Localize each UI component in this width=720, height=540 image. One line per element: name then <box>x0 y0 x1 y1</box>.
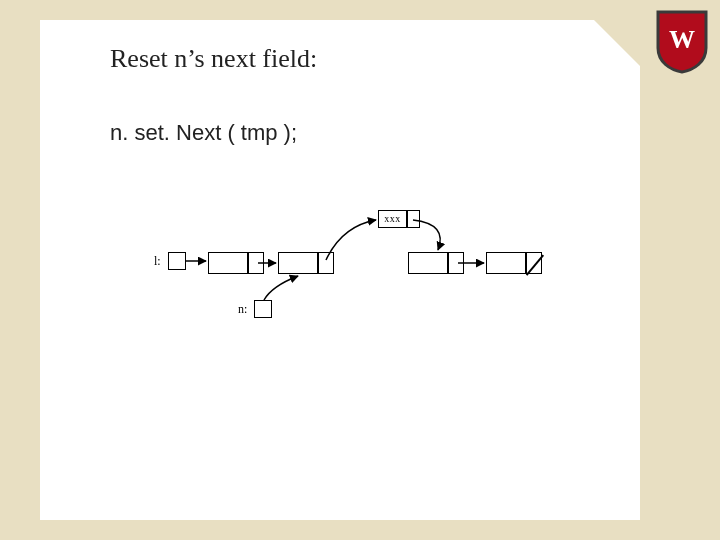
diagram-arrows <box>150 210 580 350</box>
linked-list-diagram: l: n: xxx <box>150 210 580 350</box>
slide-title: Reset n’s next field: <box>40 20 640 74</box>
code-line: n. set. Next ( tmp ); <box>40 74 640 146</box>
slide-card: Reset n’s next field: n. set. Next ( tmp… <box>40 20 640 520</box>
crest-logo: W <box>656 10 708 74</box>
svg-text:W: W <box>669 25 695 54</box>
